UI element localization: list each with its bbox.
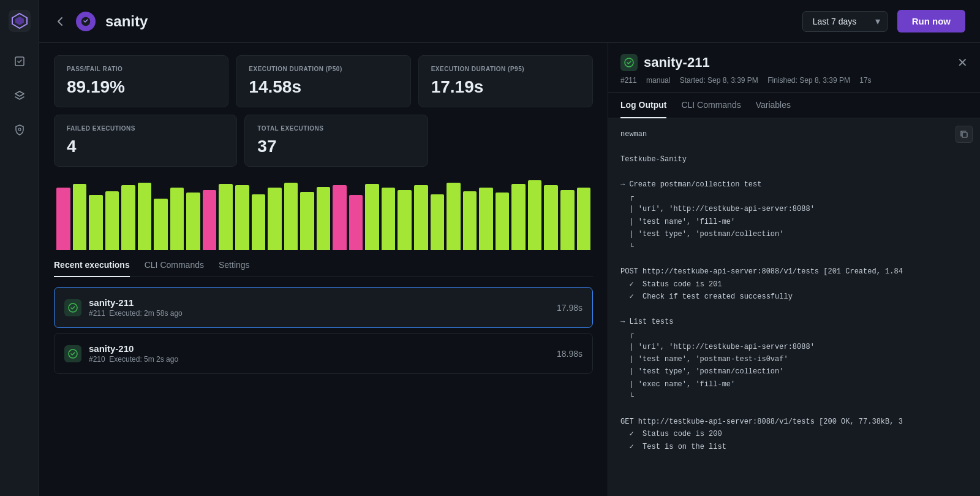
exec-info: sanity-210 #210 Executed: 5m 2s ago <box>89 343 549 364</box>
chart-bar <box>284 183 298 250</box>
chart-bar <box>235 185 249 250</box>
chart-bar <box>186 193 200 250</box>
execution-list: sanity-211 #211 Executed: 2m 58s ago 17.… <box>54 287 593 374</box>
tab-recent-executions[interactable]: Recent executions <box>54 260 130 277</box>
stat-pass-fail-value: 89.19% <box>67 77 216 97</box>
chart-bar <box>398 190 412 250</box>
stat-pass-fail: PASS/FAIL RATIO 89.19% <box>54 55 228 107</box>
chart-bar <box>56 188 70 250</box>
chart-bar <box>447 183 461 250</box>
svg-rect-9 <box>962 132 967 137</box>
chart-bar <box>349 195 363 250</box>
svg-point-4 <box>18 128 21 131</box>
right-panel-header: sanity-211 ✕ #211 manual Started: Sep 8,… <box>608 43 980 93</box>
right-panel-title: sanity-211 <box>644 55 951 71</box>
chart-bar <box>252 194 266 250</box>
right-tab-log-output[interactable]: Log Output <box>620 93 666 118</box>
stat-p50-label: EXECUTION DURATION (P50) <box>249 66 398 72</box>
chart-bar <box>560 190 575 250</box>
sidebar <box>0 0 39 496</box>
right-panel-meta: #211 manual Started: Sep 8, 3:39 PM Fini… <box>620 76 968 85</box>
execution-list-item[interactable]: sanity-211 #211 Executed: 2m 58s ago 17.… <box>54 287 593 328</box>
exec-name: sanity-210 <box>89 343 549 354</box>
exec-meta: #210 Executed: 5m 2s ago <box>89 355 549 364</box>
chart-bar <box>154 199 168 250</box>
back-button[interactable] <box>54 15 66 28</box>
chart-bar <box>431 194 445 250</box>
chart-bar <box>73 184 87 250</box>
stat-total-label: TOTAL EXECUTIONS <box>257 125 415 132</box>
execution-chart <box>54 177 593 250</box>
chart-bar <box>300 192 314 250</box>
page-title: sanity <box>105 13 793 30</box>
close-button[interactable]: ✕ <box>957 55 968 70</box>
date-range-select[interactable]: Last 7 days Last 24 hours Last 30 days <box>802 11 888 32</box>
chart-bar <box>89 195 103 250</box>
chart-bar <box>382 188 396 250</box>
chart-bar <box>203 190 217 250</box>
chart-bar <box>121 185 135 250</box>
stat-p50: EXECUTION DURATION (P50) 14.58s <box>236 55 410 107</box>
chart-bar <box>219 184 233 250</box>
chart-bar <box>463 191 477 250</box>
exec-duration: 18.98s <box>557 349 582 359</box>
stat-p95: EXECUTION DURATION (P95) 17.19s <box>418 55 593 107</box>
meta-finished: Finished: Sep 8, 3:39 PM <box>767 76 850 85</box>
stats-row-2: FAILED EXECUTIONS 4 TOTAL EXECUTIONS 37 <box>54 115 593 167</box>
stat-failed-value: 4 <box>67 137 224 156</box>
stat-pass-fail-label: PASS/FAIL RATIO <box>67 66 216 72</box>
left-content: PASS/FAIL RATIO 89.19% EXECUTION DURATIO… <box>39 43 608 496</box>
log-output-container: newman Testkube-Sanity → Create postman/… <box>608 118 980 496</box>
right-tab-variables[interactable]: Variables <box>756 93 791 118</box>
right-title-row: sanity-211 ✕ <box>620 54 968 71</box>
sidebar-item-layers[interactable] <box>10 86 29 105</box>
log-text: newman Testkube-Sanity → Create postman/… <box>620 128 968 453</box>
test-icon <box>76 12 96 31</box>
chart-bar <box>414 185 428 250</box>
status-badge-green <box>620 54 638 71</box>
chart-bar <box>333 185 347 250</box>
sidebar-item-shield[interactable] <box>10 120 29 140</box>
right-panel-tabs: Log Output CLI Commands Variables <box>608 93 980 118</box>
meta-type: manual <box>646 76 670 85</box>
stat-failed-label: FAILED EXECUTIONS <box>67 125 224 132</box>
sidebar-item-tasks[interactable] <box>10 52 29 71</box>
tab-settings[interactable]: Settings <box>219 260 250 277</box>
run-now-button[interactable]: Run now <box>897 10 965 32</box>
execution-tabs: Recent executions CLI Commands Settings <box>54 260 593 277</box>
chart-bar <box>577 188 591 250</box>
header: sanity Last 7 days Last 24 hours Last 30… <box>39 0 980 43</box>
stat-total-value: 37 <box>257 137 415 156</box>
exec-status-badge <box>64 345 81 362</box>
chart-bar <box>138 183 152 250</box>
exec-duration: 17.98s <box>557 303 582 313</box>
date-range-wrapper: Last 7 days Last 24 hours Last 30 days <box>802 11 888 32</box>
chart-bar <box>511 184 526 250</box>
chart-bar <box>528 180 542 250</box>
meta-number: #211 <box>620 76 637 85</box>
chart-bar <box>365 184 379 250</box>
chart-bar <box>105 191 119 250</box>
app-logo[interactable] <box>9 10 31 32</box>
exec-name: sanity-211 <box>89 297 549 308</box>
stat-failed: FAILED EXECUTIONS 4 <box>54 115 237 167</box>
stats-row-1: PASS/FAIL RATIO 89.19% EXECUTION DURATIO… <box>54 55 593 107</box>
meta-duration: 17s <box>859 76 871 85</box>
chart-bar <box>496 193 510 250</box>
tab-cli-commands[interactable]: CLI Commands <box>145 260 204 277</box>
copy-log-button[interactable] <box>956 126 973 143</box>
main-panel: sanity Last 7 days Last 24 hours Last 30… <box>39 0 980 496</box>
exec-info: sanity-211 #211 Executed: 2m 58s ago <box>89 297 549 318</box>
meta-started: Started: Sep 8, 3:39 PM <box>680 76 758 85</box>
right-panel: sanity-211 ✕ #211 manual Started: Sep 8,… <box>608 43 980 496</box>
content-area: PASS/FAIL RATIO 89.19% EXECUTION DURATIO… <box>39 43 980 496</box>
stat-total: TOTAL EXECUTIONS 37 <box>244 115 428 167</box>
exec-status-badge <box>64 299 81 316</box>
stat-p95-label: EXECUTION DURATION (P95) <box>431 66 580 72</box>
right-tab-cli-commands[interactable]: CLI Commands <box>681 93 741 118</box>
chart-bar <box>268 188 282 250</box>
execution-list-item[interactable]: sanity-210 #210 Executed: 5m 2s ago 18.9… <box>54 333 593 374</box>
stat-p95-value: 17.19s <box>431 77 580 97</box>
chart-bar <box>544 185 558 250</box>
chart-bar <box>479 188 493 250</box>
